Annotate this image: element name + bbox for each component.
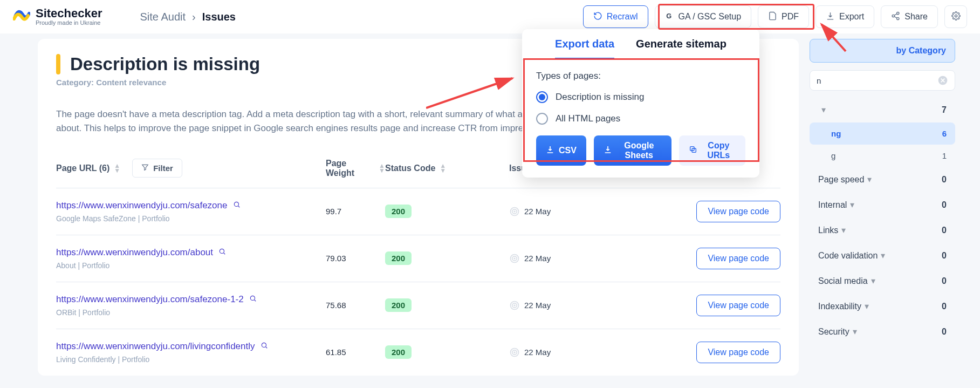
filter-button[interactable]: Filter [132,159,182,178]
annotation-arrow-left [426,76,523,113]
sidebar-subitem[interactable]: ng6 [810,122,955,145]
svg-line-24 [426,78,512,108]
sidebar-item[interactable]: Social media▾0 [810,268,955,294]
sidebar-item[interactable]: Code validation▾0 [810,243,955,268]
svg-line-25 [821,24,846,51]
svg-text:G: G [666,11,671,19]
pdf-button[interactable]: PDF [758,5,809,28]
pdf-icon [768,11,777,23]
status-badge: 200 [385,251,412,265]
cell-url: https://www.wenxinwendyju.com/safezone G… [56,200,326,223]
types-of-pages-label: Types of pages: [536,71,745,81]
target-icon [509,347,520,358]
svg-point-4 [955,15,957,17]
cell-status: 200 [385,345,509,359]
export-google-sheets-button[interactable]: Google Sheets [594,135,671,166]
page-title: Description is missing [70,54,260,74]
export-dropdown: Export data Generate sitemap Types of pa… [522,29,759,178]
magnify-icon[interactable] [249,295,257,304]
sidebar-subitem[interactable]: g1 [810,145,955,167]
magnify-icon[interactable] [261,342,268,351]
chevron-right-icon: ▾ [850,200,854,209]
radio-description-missing[interactable]: Description is missing [536,91,745,103]
download-icon [826,11,835,23]
target-icon [509,300,520,311]
magnify-icon[interactable] [218,248,226,257]
breadcrumb-root[interactable]: Site Audit [140,11,186,23]
svg-point-12 [514,258,515,259]
copy-urls-button[interactable]: Copy URLs [679,135,745,166]
page-url-link[interactable]: https://www.wenxinwendyju.com/safezone [56,200,228,210]
svg-point-16 [514,305,515,306]
breadcrumb-current: Issues [202,11,236,23]
download-icon [546,145,554,156]
sidebar-search[interactable]: n [810,70,955,91]
sidebar-item[interactable]: Page speed▾0 [810,167,955,192]
table-row: https://www.wenxinwendyju.com/about Abou… [56,235,780,282]
brand[interactable]: Sitechecker Proudly made in Ukraine [13,8,102,26]
sidebar-item[interactable]: Indexability▾0 [810,294,955,319]
sidebar-item[interactable]: ▾7 [810,97,955,122]
pages-table: Page URL (6) ▲▼ Filter Page Weight ▲▼ St… [56,159,780,376]
cell-url: https://www.wenxinwendyju.com/about Abou… [56,247,326,270]
page-url-link[interactable]: https://www.wenxinwendyju.com/livingconf… [56,341,255,351]
radio-all-html-pages[interactable]: All HTML pages [536,113,745,125]
breadcrumb: Site Audit › Issues [140,11,236,23]
sidebar-item[interactable]: Links▾0 [810,217,955,243]
col-page-url[interactable]: Page URL (6) ▲▼ Filter [56,159,326,178]
copy-icon [689,145,697,156]
target-icon [509,206,520,217]
chevron-right-icon: ▾ [871,276,875,285]
status-badge: 200 [385,205,412,218]
sidebar-item[interactable]: Internal▾0 [810,192,955,217]
cell-issue-found: 22 May [509,206,609,217]
export-csv-button[interactable]: CSV [536,135,586,166]
recrawl-button[interactable]: Recrawl [583,5,648,28]
page-url-subtitle: ORBit | Portfolio [56,308,326,317]
table-row: https://www.wenxinwendyju.com/livingconf… [56,329,780,376]
magnify-icon[interactable] [233,201,241,210]
download-icon [604,145,612,156]
view-page-code-button[interactable]: View page code [696,248,780,269]
view-page-code-button[interactable]: View page code [696,342,780,363]
page-url-subtitle: About | Portfolio [56,261,326,270]
status-badge: 200 [385,298,412,312]
clear-icon[interactable] [937,75,948,86]
tab-export-data[interactable]: Export data [555,38,614,59]
sort-icon: ▲▼ [114,164,120,173]
cell-url: https://www.wenxinwendyju.com/safezone-1… [56,294,326,317]
col-status-code[interactable]: Status Code ▲▼ [385,164,509,173]
breadcrumb-separator: › [192,11,196,23]
settings-button[interactable] [944,5,967,28]
svg-point-20 [514,352,515,353]
sidebar-item[interactable]: Security▾0 [810,319,955,344]
view-page-code-button[interactable]: View page code [696,295,780,316]
svg-point-2 [892,15,894,17]
ga-gsc-setup-button[interactable]: G GA / GSC Setup [655,5,752,28]
chevron-right-icon: ▾ [865,302,869,311]
target-icon [509,253,520,264]
cell-issue-found: 22 May [509,347,609,358]
svg-point-3 [897,17,899,19]
cell-issue-found: 22 May [509,300,609,311]
view-page-code-button[interactable]: View page code [696,201,780,222]
sort-icon: ▲▼ [379,164,385,173]
cell-weight: 75.68 [326,301,385,310]
svg-point-17 [262,343,266,347]
page-url-link[interactable]: https://www.wenxinwendyju.com/about [56,247,213,257]
tab-generate-sitemap[interactable]: Generate sitemap [636,38,727,59]
cell-url: https://www.wenxinwendyju.com/livingconf… [56,341,326,364]
chevron-down-icon: ▾ [821,105,826,114]
page-url-link[interactable]: https://www.wenxinwendyju.com/safezone-1… [56,294,244,304]
table-row: https://www.wenxinwendyju.com/safezone-1… [56,282,780,329]
col-page-weight[interactable]: Page Weight ▲▼ [326,159,385,178]
brand-tagline: Proudly made in Ukraine [36,19,102,26]
cell-weight: 79.03 [326,254,385,263]
annotation-arrow-right [819,22,851,54]
share-icon [891,11,900,23]
filter-icon [141,164,149,173]
gear-icon [951,11,961,23]
share-button[interactable]: Share [881,5,938,28]
svg-point-5 [234,202,238,206]
chevron-right-icon: ▾ [841,226,846,235]
